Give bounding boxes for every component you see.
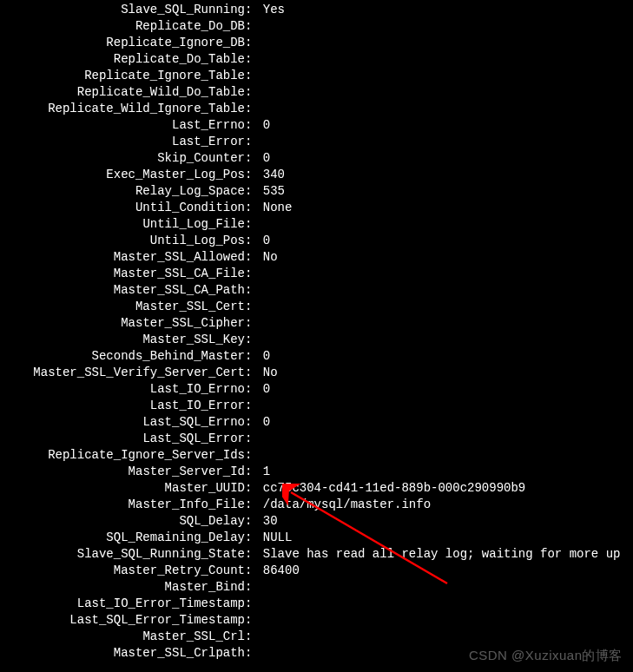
status-label: Last_IO_Errno	[0, 381, 245, 398]
status-label: Until_Log_File	[0, 216, 245, 233]
separator: :	[245, 447, 263, 464]
status-row: Master_Server_Id: 1	[0, 464, 633, 480]
status-label: Replicate_Do_Table	[0, 51, 245, 68]
separator: :	[245, 68, 263, 84]
status-value: 340	[263, 167, 285, 183]
status-label: Last_Error	[0, 134, 245, 150]
status-label: Last_IO_Error	[0, 398, 245, 414]
status-label: Skip_Counter	[0, 150, 245, 167]
status-row: Slave_SQL_Running_State: Slave has read …	[0, 546, 633, 563]
status-value: 0	[263, 414, 270, 431]
status-row: Replicate_Do_Table:	[0, 51, 633, 68]
status-row: Master_Retry_Count: 86400	[0, 563, 633, 579]
separator: :	[245, 546, 263, 563]
separator: :	[245, 266, 263, 282]
status-label: Master_Server_Id	[0, 464, 245, 480]
status-label: Last_SQL_Error	[0, 431, 245, 447]
status-row: Relay_Log_Space: 535	[0, 183, 633, 200]
status-value: Slave has read all relay log; waiting fo…	[263, 546, 621, 563]
separator: :	[245, 299, 263, 315]
status-label: Last_SQL_Error_Timestamp	[0, 612, 245, 629]
separator: :	[245, 84, 263, 101]
separator: :	[245, 530, 263, 546]
status-value: 0	[263, 381, 270, 398]
status-value: Yes	[263, 2, 285, 18]
status-value: NULL	[263, 530, 293, 546]
status-label: SQL_Delay	[0, 513, 245, 530]
separator: :	[245, 167, 263, 183]
status-value: 0	[263, 150, 270, 167]
status-value: 0	[263, 233, 270, 249]
status-label: Master_SSL_Verify_Server_Cert	[0, 365, 245, 381]
separator: :	[245, 233, 263, 249]
separator: :	[245, 480, 263, 497]
separator: :	[245, 381, 263, 398]
status-row: Last_Errno: 0	[0, 117, 633, 134]
status-label: SQL_Remaining_Delay	[0, 530, 245, 546]
status-row: Last_SQL_Error:	[0, 431, 633, 447]
status-label: Last_SQL_Errno	[0, 414, 245, 431]
status-value: 0	[263, 117, 270, 134]
status-label: Master_Info_File	[0, 497, 245, 513]
status-value: 86400	[263, 563, 300, 579]
status-value: 535	[263, 183, 285, 200]
status-row: Master_SSL_Cert:	[0, 299, 633, 315]
separator: :	[245, 117, 263, 134]
separator: :	[245, 2, 263, 18]
status-row: Slave_SQL_Running: Yes	[0, 2, 633, 18]
status-row: Master_Bind:	[0, 579, 633, 596]
status-label: Master_Retry_Count	[0, 563, 245, 579]
status-row: Master_SSL_Verify_Server_Cert: No	[0, 365, 633, 381]
status-label: Master_SSL_CA_File	[0, 266, 245, 282]
status-value: No	[263, 365, 278, 381]
status-label: Replicate_Ignore_DB	[0, 35, 245, 51]
status-label: Replicate_Do_DB	[0, 18, 245, 35]
status-label: Master_SSL_CA_Path	[0, 282, 245, 299]
status-row: Last_IO_Error_Timestamp:	[0, 596, 633, 612]
status-label: Master_SSL_Cert	[0, 299, 245, 315]
status-row: SQL_Remaining_Delay: NULL	[0, 530, 633, 546]
status-row: Last_IO_Error:	[0, 398, 633, 414]
status-label: Replicate_Wild_Do_Table	[0, 84, 245, 101]
status-label: Replicate_Ignore_Table	[0, 68, 245, 84]
separator: :	[245, 398, 263, 414]
status-label: Last_IO_Error_Timestamp	[0, 596, 245, 612]
separator: :	[245, 645, 263, 662]
status-value: 30	[263, 513, 278, 530]
status-value: 0	[263, 348, 270, 365]
separator: :	[245, 464, 263, 480]
status-label: Slave_SQL_Running_State	[0, 546, 245, 563]
status-row: Exec_Master_Log_Pos: 340	[0, 167, 633, 183]
status-row: Master_SSL_Cipher:	[0, 315, 633, 332]
separator: :	[245, 35, 263, 51]
status-value: No	[263, 249, 278, 266]
status-label: Until_Condition	[0, 200, 245, 216]
status-row: Last_SQL_Error_Timestamp:	[0, 612, 633, 629]
separator: :	[245, 200, 263, 216]
separator: :	[245, 101, 263, 117]
separator: :	[245, 365, 263, 381]
status-row: Until_Log_File:	[0, 216, 633, 233]
separator: :	[245, 216, 263, 233]
status-row: Master_SSL_CA_Path:	[0, 282, 633, 299]
status-row: Replicate_Wild_Do_Table:	[0, 84, 633, 101]
status-row: Replicate_Do_DB:	[0, 18, 633, 35]
status-row: Seconds_Behind_Master: 0	[0, 348, 633, 365]
terminal-output: Slave_SQL_Running: YesReplicate_Do_DB: R…	[0, 0, 633, 662]
status-label: Master_UUID	[0, 480, 245, 497]
status-label: Replicate_Wild_Ignore_Table	[0, 101, 245, 117]
status-value: 1	[263, 464, 270, 480]
separator: :	[245, 563, 263, 579]
status-label: Master_SSL_Allowed	[0, 249, 245, 266]
separator: :	[245, 596, 263, 612]
status-label: Master_SSL_Cipher	[0, 315, 245, 332]
separator: :	[245, 629, 263, 645]
status-row: Last_SQL_Errno: 0	[0, 414, 633, 431]
status-row: Master_Info_File: /data/mysql/master.inf…	[0, 497, 633, 513]
status-row: Until_Condition: None	[0, 200, 633, 216]
separator: :	[245, 249, 263, 266]
status-label: Master_Bind	[0, 579, 245, 596]
status-value: /data/mysql/master.info	[263, 497, 431, 513]
status-label: Replicate_Ignore_Server_Ids	[0, 447, 245, 464]
status-row: Master_SSL_Crl:	[0, 629, 633, 645]
